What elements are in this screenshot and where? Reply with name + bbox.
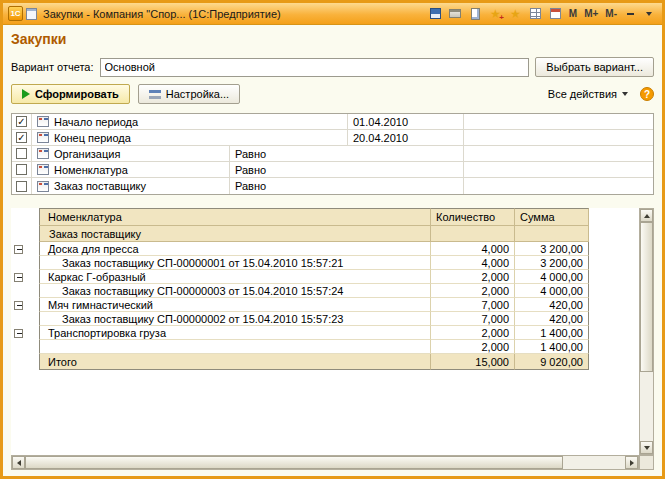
group-header-row: Заказ поставщику xyxy=(11,226,639,242)
filter-name-cell[interactable]: Организация xyxy=(32,146,230,161)
triangle-left-icon xyxy=(17,460,21,466)
scroll-left-button[interactable] xyxy=(12,456,25,469)
scroll-down-button[interactable] xyxy=(640,441,653,454)
add-favorite-icon[interactable]: ★ xyxy=(487,6,504,22)
titlebar[interactable]: 1С Закупки - Компания "Спор... (1С:Предп… xyxy=(3,3,662,25)
cell-sum[interactable]: 420,00 xyxy=(515,298,589,312)
filter-row-nomenclature: Номенклатура Равно xyxy=(12,162,653,178)
calendar-icon[interactable] xyxy=(547,6,564,22)
cell-order[interactable]: Заказ поставщику СП-00000001 от 15.04.20… xyxy=(39,256,431,270)
minimize-button[interactable] xyxy=(622,7,638,21)
group-header-label: Заказ поставщику xyxy=(39,226,431,242)
cell-order[interactable]: Заказ поставщику СП-00000002 от 15.04.20… xyxy=(39,312,431,326)
minimize-icon xyxy=(627,13,634,15)
settings-icon xyxy=(149,88,161,100)
play-icon xyxy=(22,89,30,99)
horizontal-scrollbar-track[interactable] xyxy=(563,456,625,469)
save-icon[interactable] xyxy=(427,6,444,22)
filter-name-cell[interactable]: Заказ поставщику xyxy=(32,178,230,194)
memory-m-button[interactable]: М xyxy=(567,8,579,19)
cell-qty[interactable]: 2,000 xyxy=(431,284,515,298)
filter-checkbox[interactable] xyxy=(16,132,27,143)
select-variant-button[interactable]: Выбрать вариант... xyxy=(535,57,654,77)
memory-mminus-button[interactable]: М- xyxy=(603,8,619,19)
filter-condition-cell[interactable]: Равно xyxy=(230,162,464,177)
filter-value-cell[interactable]: 20.04.2010 xyxy=(348,130,464,145)
total-row: Итого 15,000 9 020,00 xyxy=(11,354,639,370)
generate-button[interactable]: Сформировать xyxy=(11,84,130,104)
scroll-up-button[interactable] xyxy=(640,209,653,222)
horizontal-scrollbar-thumb[interactable] xyxy=(25,456,563,469)
vertical-scrollbar-track[interactable] xyxy=(640,372,653,441)
cell-sum[interactable]: 1 400,00 xyxy=(515,340,589,354)
cell-qty[interactable]: 2,000 xyxy=(431,270,515,284)
filter-filler xyxy=(464,130,653,145)
variant-input[interactable] xyxy=(100,58,530,77)
memory-mplus-button[interactable]: М+ xyxy=(582,8,600,19)
filter-filler xyxy=(464,162,653,177)
filter-condition-cell[interactable]: Равно xyxy=(230,146,464,161)
cell-sum[interactable]: 1 400,00 xyxy=(515,326,589,340)
filter-name-cell[interactable]: Конец периода xyxy=(32,130,348,145)
cell-qty[interactable]: 2,000 xyxy=(431,326,515,340)
print-preview-icon[interactable] xyxy=(467,6,484,22)
cell-sum[interactable]: 4 000,00 xyxy=(515,270,589,284)
cell-qty[interactable]: 2,000 xyxy=(431,340,515,354)
cell-sum[interactable]: 3 200,00 xyxy=(515,256,589,270)
filter-checkbox[interactable] xyxy=(16,148,27,159)
table-row: 2,000 1 400,00 xyxy=(11,340,639,354)
filter-value-cell[interactable]: 01.04.2010 xyxy=(348,114,464,129)
collapse-button[interactable] xyxy=(14,245,23,254)
filter-checkbox-cell xyxy=(12,146,32,161)
table-row: Транспортировка груза 2,000 1 400,00 xyxy=(11,326,639,340)
period-field-icon xyxy=(37,132,49,143)
printer-icon xyxy=(449,9,461,18)
vertical-scrollbar-thumb[interactable] xyxy=(640,222,653,372)
report-sheet: Номенклатура Количество Сумма Заказ пост… xyxy=(11,208,639,455)
collapse-button[interactable] xyxy=(14,301,23,310)
horizontal-scrollbar[interactable] xyxy=(11,455,639,470)
filter-name-cell[interactable]: Номенклатура xyxy=(32,162,230,177)
total-sum[interactable]: 9 020,00 xyxy=(515,354,589,370)
tree-gutter xyxy=(11,312,39,326)
cell-qty[interactable]: 4,000 xyxy=(431,256,515,270)
cell-nomenclature[interactable]: Каркас Г-образный xyxy=(39,270,431,284)
cell-sum[interactable]: 4 000,00 xyxy=(515,284,589,298)
collapse-button[interactable] xyxy=(14,329,23,338)
cell-nomenclature[interactable]: Доска для пресса xyxy=(39,242,431,256)
cell-order[interactable] xyxy=(39,340,431,354)
help-button[interactable]: ? xyxy=(640,87,654,101)
scroll-right-button[interactable] xyxy=(625,456,638,469)
cell-qty[interactable]: 4,000 xyxy=(431,242,515,256)
vertical-scrollbar[interactable] xyxy=(639,208,654,455)
filter-condition-cell[interactable]: Равно xyxy=(230,178,464,194)
filter-filler xyxy=(464,114,653,129)
field-icon xyxy=(37,148,49,159)
window-menu-button[interactable] xyxy=(641,7,657,21)
cell-order[interactable]: Заказ поставщику СП-00000003 от 15.04.20… xyxy=(39,284,431,298)
settings-button[interactable]: Настройка... xyxy=(138,84,240,104)
tree-gutter xyxy=(11,284,39,298)
cell-nomenclature[interactable]: Транспортировка груза xyxy=(39,326,431,340)
total-qty[interactable]: 15,000 xyxy=(431,354,515,370)
vertical-scrollbar-column xyxy=(639,208,654,470)
total-label[interactable]: Итого xyxy=(39,354,431,370)
cell-nomenclature[interactable]: Мяч гимнастический xyxy=(39,298,431,312)
cell-qty[interactable]: 7,000 xyxy=(431,298,515,312)
print-icon[interactable] xyxy=(447,6,464,22)
all-actions-button[interactable]: Все действия xyxy=(544,86,632,102)
cell-sum[interactable]: 3 200,00 xyxy=(515,242,589,256)
col-header-nomenclature: Номенклатура xyxy=(39,208,431,226)
filter-name-cell[interactable]: Начало периода xyxy=(32,114,348,129)
filter-checkbox[interactable] xyxy=(16,181,27,192)
tree-gutter xyxy=(11,256,39,270)
collapse-button[interactable] xyxy=(14,273,23,282)
calculator-icon[interactable] xyxy=(527,6,544,22)
window-form-icon xyxy=(26,8,37,20)
filter-checkbox[interactable] xyxy=(16,164,27,175)
cell-sum[interactable]: 420,00 xyxy=(515,312,589,326)
filter-checkbox-cell xyxy=(12,130,32,145)
favorites-icon[interactable]: ★ xyxy=(507,6,524,22)
filter-checkbox[interactable] xyxy=(16,116,27,127)
cell-qty[interactable]: 7,000 xyxy=(431,312,515,326)
